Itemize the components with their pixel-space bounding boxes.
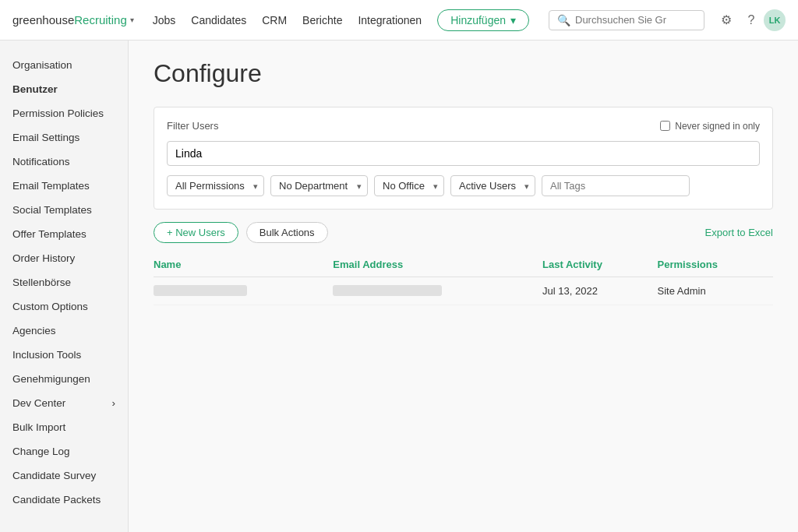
nav-berichte[interactable]: Berichte [302,14,342,26]
permissions-select-wrapper: All Permissions [167,175,264,196]
department-select-wrapper: No Department [270,175,368,196]
filter-title: Filter Users [167,120,218,132]
col-email: Email Address [333,252,542,277]
cell-last-activity: Jul 13, 2022 [542,277,657,305]
avatar[interactable]: LK [764,9,786,31]
page-wrapper: Organisation Benutzer Permission Policie… [0,0,798,532]
status-select[interactable]: Active Users [450,175,535,196]
users-table: Name Email Address Last Activity Permiss… [154,252,773,305]
col-last-activity: Last Activity [542,252,657,277]
office-select-wrapper: No Office [374,175,444,196]
nav-jobs[interactable]: Jobs [153,14,176,26]
sidebar-item-agencies[interactable]: Agencies [0,319,128,343]
logo-greenhouse: greenhouse [12,13,74,26]
chevron-down-icon: ▾ [510,14,516,26]
sidebar-item-change-log[interactable]: Change Log [0,439,128,463]
search-input[interactable] [575,14,696,26]
nav-links: Jobs Candidates CRM Berichte Integration… [153,14,422,26]
permissions-select[interactable]: All Permissions [167,175,264,196]
department-select[interactable]: No Department [270,175,368,196]
never-signed-label[interactable]: Never signed in only [660,121,760,132]
table-row: Jul 13, 2022 Site Admin [154,277,773,305]
never-signed-checkbox[interactable] [660,121,670,131]
sidebar-item-genehmigungen[interactable]: Genehmigungen [0,367,128,391]
sidebar-item-social-templates[interactable]: Social Templates [0,198,128,222]
search-icon: 🔍 [557,14,570,26]
logo-recruiting: Recruiting [74,13,127,26]
page-title: Configure [154,59,773,88]
blurred-email [333,285,442,296]
add-button[interactable]: Hinzufügen ▾ [437,9,529,31]
settings-icon[interactable]: ⚙ [714,8,739,33]
cell-permissions: Site Admin [658,277,773,305]
filter-header: Filter Users Never signed in only [167,120,760,132]
actions-left: + New Users Bulk Actions [154,222,328,243]
blurred-name [154,285,247,296]
sidebar-item-notifications[interactable]: Notifications [0,150,128,174]
table-header: Name Email Address Last Activity Permiss… [154,252,773,277]
sidebar-item-email-settings[interactable]: Email Settings [0,125,128,150]
sidebar-item-inclusion-tools[interactable]: Inclusion Tools [0,343,128,367]
new-users-button[interactable]: + New Users [154,222,238,243]
top-navigation: greenhouse Recruiting ▾ Jobs Candidates … [0,0,798,41]
filter-dropdowns: All Permissions No Department No Office … [167,175,760,196]
logo-chevron-icon[interactable]: ▾ [130,16,134,24]
status-select-wrapper: Active Users [450,175,535,196]
col-permissions: Permissions [658,252,773,277]
sidebar-item-stellenborse[interactable]: Stellenbörse [0,270,128,294]
cell-name [154,277,333,305]
chevron-right-icon: › [112,397,116,409]
user-search-input[interactable] [167,141,760,166]
filter-box: Filter Users Never signed in only All Pe… [154,107,773,210]
help-icon[interactable]: ? [739,8,764,33]
sidebar-item-bulk-import[interactable]: Bulk Import [0,415,128,439]
table-body: Jul 13, 2022 Site Admin [154,277,773,305]
office-select[interactable]: No Office [374,175,444,196]
tags-input[interactable] [542,175,690,196]
main-content: Configure Filter Users Never signed in o… [129,41,798,532]
sidebar-item-permission-policies[interactable]: Permission Policies [0,101,128,125]
bulk-actions-button[interactable]: Bulk Actions [246,222,328,243]
sidebar-item-candidate-survey[interactable]: Candidate Survey [0,463,128,488]
sidebar-item-email-templates[interactable]: Email Templates [0,174,128,198]
sidebar-item-organisation[interactable]: Organisation [0,53,128,77]
nav-crm[interactable]: CRM [262,14,287,26]
sidebar: Organisation Benutzer Permission Policie… [0,41,129,532]
cell-email [333,277,542,305]
sidebar-item-order-history[interactable]: Order History [0,246,128,270]
col-name: Name [154,252,333,277]
sidebar-item-benutzer[interactable]: Benutzer [0,77,128,101]
nav-integrationen[interactable]: Integrationen [358,14,422,26]
sidebar-item-custom-options[interactable]: Custom Options [0,294,128,319]
logo: greenhouse Recruiting ▾ [12,13,134,26]
nav-candidates[interactable]: Candidates [191,14,246,26]
sidebar-item-offer-templates[interactable]: Offer Templates [0,222,128,246]
actions-row: + New Users Bulk Actions Export to Excel [154,222,773,243]
search-box: 🔍 [549,10,704,30]
sidebar-item-dev-center[interactable]: Dev Center › [0,391,128,415]
sidebar-item-candidate-packets[interactable]: Candidate Packets [0,488,128,512]
export-to-excel-link[interactable]: Export to Excel [705,227,773,238]
